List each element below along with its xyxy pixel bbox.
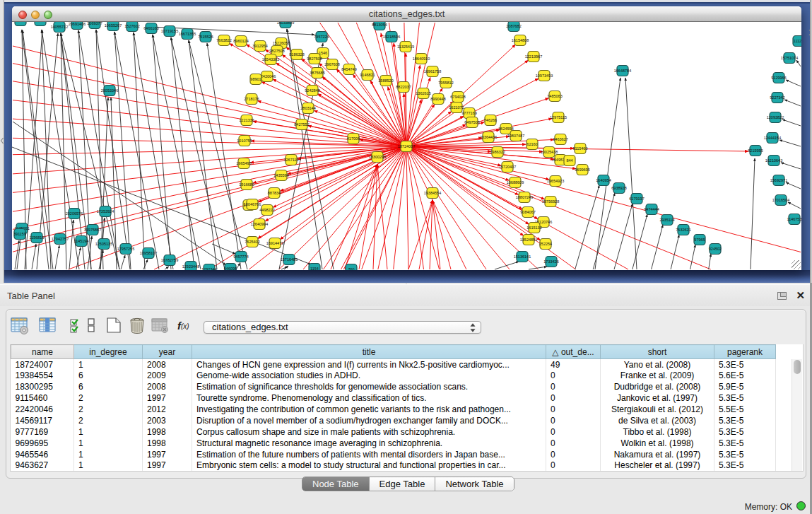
svg-text:97965: 97965: [694, 238, 705, 242]
svg-text:6794028: 6794028: [450, 95, 465, 99]
svg-text:12444154: 12444154: [764, 136, 781, 140]
svg-text:10655267: 10655267: [105, 23, 122, 28]
svg-text:2803144: 2803144: [300, 106, 315, 110]
svg-text:3624554: 3624554: [498, 127, 513, 131]
svg-text:7632621: 7632621: [676, 228, 690, 232]
svg-text:12640994: 12640994: [251, 222, 268, 226]
svg-text:10958107: 10958107: [140, 251, 157, 255]
svg-text:18724007: 18724007: [398, 144, 415, 148]
svg-text:9777169: 9777169: [461, 111, 476, 115]
svg-text:6466160: 6466160: [143, 26, 158, 30]
svg-text:2967608: 2967608: [324, 62, 339, 66]
svg-text:9699695: 9699695: [575, 168, 589, 172]
svg-text:19218506: 19218506: [383, 35, 400, 39]
svg-text:9457774: 9457774: [233, 255, 248, 259]
svg-text:16033809: 16033809: [277, 22, 294, 25]
svg-text:20364436: 20364436: [480, 135, 497, 139]
svg-text:12213967: 12213967: [525, 54, 542, 59]
svg-text:62160: 62160: [526, 142, 537, 146]
svg-text:1615132: 1615132: [526, 226, 541, 230]
svg-text:8960124: 8960124: [233, 39, 248, 43]
svg-text:19756928: 19756928: [542, 199, 559, 204]
svg-text:6938928: 6938928: [611, 186, 626, 190]
svg-text:1362615: 1362615: [416, 91, 430, 95]
svg-text:10046766: 10046766: [244, 202, 261, 206]
svg-text:8186328: 8186328: [289, 52, 304, 57]
svg-text:10025438: 10025438: [541, 150, 558, 154]
svg-text:19384554: 19384554: [424, 191, 441, 195]
svg-text:16154808: 16154808: [512, 38, 529, 42]
svg-text:16648784: 16648784: [614, 69, 631, 73]
svg-text:10688609: 10688609: [507, 180, 524, 185]
svg-text:2718176: 2718176: [244, 97, 259, 101]
svg-text:9827508: 9827508: [307, 57, 322, 61]
svg-text:1146753: 1146753: [787, 217, 801, 221]
svg-text:11325419: 11325419: [397, 45, 414, 49]
svg-text:1156819: 1156819: [29, 235, 44, 240]
svg-text:17016504: 17016504: [772, 198, 789, 202]
svg-text:20691406: 20691406: [69, 22, 86, 26]
svg-text:16671355: 16671355: [179, 32, 196, 36]
svg-text:15716485: 15716485: [281, 257, 298, 262]
svg-text:1292344: 1292344: [201, 267, 216, 270]
svg-text:1435594: 1435594: [273, 173, 288, 177]
svg-text:887834: 887834: [268, 191, 281, 195]
svg-text:20053346: 20053346: [101, 88, 118, 93]
svg-text:1621072: 1621072: [449, 105, 464, 110]
svg-text:9463627: 9463627: [553, 137, 567, 141]
svg-text:844: 844: [566, 158, 572, 163]
svg-text:1154: 1154: [310, 267, 319, 270]
svg-text:8427552: 8427552: [294, 122, 309, 127]
svg-text:39975867: 39975867: [84, 228, 101, 232]
svg-text:16914479: 16914479: [266, 241, 283, 245]
svg-text:18300295: 18300295: [369, 155, 386, 159]
svg-text:12505135: 12505135: [95, 242, 112, 246]
svg-text:9227342: 9227342: [770, 95, 784, 100]
svg-text:16210643: 16210643: [765, 158, 782, 163]
svg-text:16961758: 16961758: [424, 69, 441, 74]
svg-text:8215955: 8215955: [748, 148, 763, 153]
svg-text:12093822: 12093822: [767, 115, 784, 119]
svg-text:9146821: 9146821: [360, 73, 375, 77]
svg-text:15692971: 15692971: [770, 178, 787, 182]
svg-text:2087682: 2087682: [506, 24, 521, 28]
svg-text:3875685: 3875685: [310, 71, 324, 75]
svg-text:6179197: 6179197: [629, 197, 644, 201]
svg-text:746266: 746266: [484, 118, 497, 122]
svg-text:15226058: 15226058: [273, 41, 290, 45]
svg-text:1916680: 1916680: [239, 182, 254, 187]
svg-text:98901: 98901: [250, 77, 261, 81]
svg-text:391159: 391159: [13, 232, 26, 236]
svg-text:17942757: 17942757: [52, 237, 69, 241]
svg-text:1965495: 1965495: [236, 161, 251, 165]
svg-text:1145194: 1145194: [73, 239, 88, 243]
svg-text:7357224: 7357224: [314, 35, 329, 39]
svg-text:646095: 646095: [224, 267, 237, 270]
svg-text:1527602: 1527602: [124, 24, 139, 28]
svg-text:9115460: 9115460: [572, 146, 587, 151]
svg-text:10719155: 10719155: [161, 29, 178, 33]
svg-text:3912954: 3912954: [252, 44, 267, 48]
svg-text:9474444: 9474444: [644, 207, 659, 211]
svg-text:20206576: 20206576: [66, 211, 83, 216]
svg-text:7515526: 7515526: [198, 35, 213, 39]
svg-text:15751074: 15751074: [781, 56, 798, 60]
svg-text:10973493: 10973493: [536, 74, 553, 78]
svg-text:9084067: 9084067: [520, 210, 535, 214]
svg-text:15136141: 15136141: [514, 255, 531, 259]
svg-text:(x): (x): [181, 322, 189, 330]
svg-text:8990448: 8990448: [430, 97, 445, 101]
svg-text:1733426: 1733426: [543, 259, 558, 264]
svg-text:18807249: 18807249: [516, 195, 533, 199]
svg-text:8822037: 8822037: [396, 85, 411, 89]
svg-text:17957255: 17957255: [117, 247, 134, 251]
svg-text:11123: 11123: [794, 39, 801, 43]
svg-text:9129966: 9129966: [771, 76, 786, 80]
svg-text:7986322: 7986322: [490, 150, 505, 154]
svg-text:3267110: 3267110: [283, 158, 298, 162]
svg-text:6497508: 6497508: [464, 120, 479, 124]
svg-text:20554: 20554: [35, 22, 45, 23]
svg-text:7955812: 7955812: [438, 81, 453, 85]
svg-text:1010755: 1010755: [237, 139, 252, 143]
svg-text:7663822: 7663822: [216, 38, 231, 42]
